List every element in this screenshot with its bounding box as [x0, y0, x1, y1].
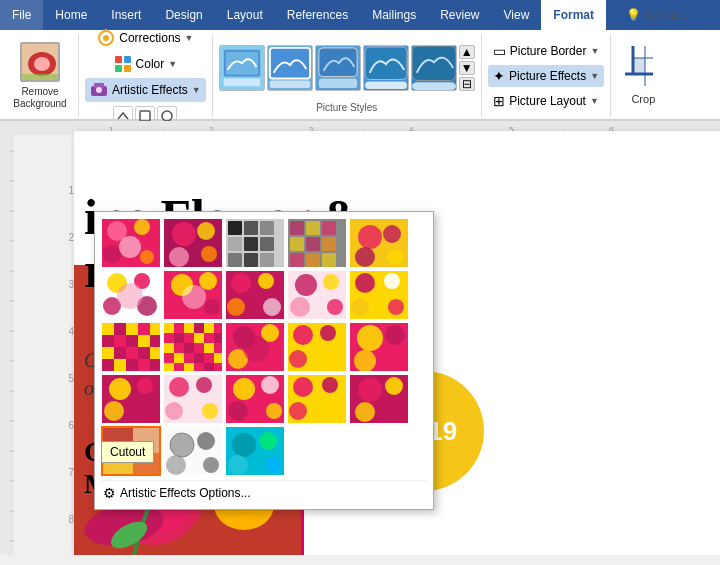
svg-rect-102	[228, 221, 242, 235]
svg-rect-181	[164, 333, 174, 343]
svg-rect-160	[114, 335, 126, 347]
svg-rect-196	[194, 353, 204, 363]
effect-cell-15[interactable]	[349, 322, 409, 372]
picture-layout-icon: ⊞	[493, 93, 505, 109]
svg-rect-120	[322, 253, 336, 267]
effect-cell-9[interactable]	[287, 270, 347, 320]
svg-rect-107	[260, 237, 274, 251]
effect-cell-4[interactable]	[287, 218, 347, 268]
svg-point-253	[197, 432, 215, 450]
color-button[interactable]: Color ▼	[109, 52, 183, 76]
remove-background-button[interactable]: Remove Background	[6, 36, 74, 116]
svg-rect-117	[322, 237, 336, 251]
effect-cell-21[interactable]	[101, 426, 161, 476]
effect-cell-18[interactable]	[225, 374, 285, 424]
svg-rect-182	[174, 333, 184, 343]
svg-point-233	[261, 376, 279, 394]
picture-effects-icon: ✦	[493, 68, 505, 84]
svg-point-150	[384, 273, 400, 289]
artistic-effects-options-link[interactable]: ⚙ Artistic Effects Options...	[101, 480, 427, 503]
svg-point-223	[137, 378, 153, 394]
svg-rect-175	[164, 323, 174, 333]
effect-cell-23[interactable]	[225, 426, 285, 476]
tab-view[interactable]: View	[492, 0, 542, 30]
tab-format[interactable]: Format	[541, 0, 606, 30]
svg-rect-169	[102, 359, 114, 371]
tab-file[interactable]: File	[0, 0, 43, 30]
svg-point-99	[169, 247, 189, 267]
picture-border-button[interactable]: ▭ Picture Border ▼	[488, 40, 605, 62]
svg-rect-185	[204, 333, 214, 343]
tab-layout[interactable]: Layout	[215, 0, 275, 30]
svg-point-245	[389, 404, 405, 420]
svg-rect-171	[126, 359, 138, 371]
svg-rect-202	[194, 363, 204, 371]
svg-point-137	[182, 285, 206, 309]
effect-cell-7[interactable]	[163, 270, 223, 320]
effect-cell-11[interactable]	[101, 322, 161, 372]
style-thumb-3[interactable]	[315, 45, 361, 91]
svg-rect-28	[365, 81, 407, 89]
crop-label: Crop	[631, 93, 655, 105]
effect-cell-2[interactable]	[163, 218, 223, 268]
ribbon-toolbar: Remove Background Corrections ▼	[0, 30, 720, 120]
picture-effects-arrow: ▼	[590, 71, 599, 81]
picture-effects-button[interactable]: ✦ Picture Effects ▼	[488, 65, 604, 87]
effect-cell-14[interactable]	[287, 322, 347, 372]
svg-rect-173	[150, 359, 160, 371]
svg-point-144	[295, 274, 317, 296]
corrections-arrow: ▼	[185, 33, 194, 43]
effect-cell-20[interactable]	[349, 374, 409, 424]
svg-point-217	[357, 325, 383, 351]
style-thumb-5[interactable]	[411, 45, 457, 91]
svg-rect-157	[138, 323, 150, 335]
tab-home[interactable]: Home	[43, 0, 99, 30]
svg-point-151	[351, 298, 369, 316]
tellme-text: Tell me...	[645, 9, 689, 21]
svg-rect-247	[103, 428, 133, 453]
artistic-effects-button[interactable]: Artistic Effects ▼	[85, 78, 206, 102]
effect-cell-8[interactable]	[225, 270, 285, 320]
svg-rect-7	[115, 56, 122, 63]
svg-point-139	[231, 273, 251, 293]
svg-point-255	[203, 457, 219, 473]
effect-cell-17[interactable]	[163, 374, 223, 424]
crop-button[interactable]: Crop	[617, 42, 669, 109]
picture-styles-label: Picture Styles	[219, 102, 475, 113]
corrections-button[interactable]: Corrections ▼	[92, 26, 198, 50]
effect-cell-3[interactable]	[225, 218, 285, 268]
effect-cell-12[interactable]	[163, 322, 223, 372]
color-icon	[114, 55, 132, 73]
style-thumb-2[interactable]	[267, 45, 313, 91]
effect-cell-1[interactable]	[101, 218, 161, 268]
styles-scroll[interactable]: ▲ ▼ ⊟	[459, 45, 475, 91]
svg-point-227	[169, 377, 189, 397]
picture-layout-button[interactable]: ⊞ Picture Layout ▼	[488, 90, 604, 112]
svg-point-219	[354, 350, 376, 371]
svg-rect-176	[174, 323, 184, 333]
tab-mailings[interactable]: Mailings	[360, 0, 428, 30]
effect-cell-6[interactable]	[101, 270, 161, 320]
style-thumb-4[interactable]	[363, 45, 409, 91]
svg-point-237	[293, 377, 313, 397]
effect-cell-22[interactable]	[163, 426, 223, 476]
style-thumb-1[interactable]	[219, 45, 265, 91]
effect-cell-13[interactable]	[225, 322, 285, 372]
remove-background-label: Remove Background	[10, 86, 70, 110]
ruler-left	[0, 121, 14, 555]
svg-rect-191	[204, 343, 214, 353]
svg-rect-8	[124, 56, 131, 63]
svg-rect-103	[244, 221, 258, 235]
picture-layout-label: Picture Layout	[509, 94, 586, 108]
svg-rect-166	[126, 347, 138, 359]
effect-cell-19[interactable]	[287, 374, 347, 424]
tab-review[interactable]: Review	[428, 0, 491, 30]
effect-cell-16[interactable]	[101, 374, 161, 424]
tellme-box[interactable]: 💡 Tell me...	[614, 0, 701, 30]
tab-references[interactable]: References	[275, 0, 360, 30]
effect-cell-5[interactable]	[349, 218, 409, 268]
effect-cell-10[interactable]	[349, 270, 409, 320]
svg-rect-200	[174, 363, 184, 371]
svg-rect-37	[0, 121, 14, 555]
svg-rect-199	[164, 363, 174, 371]
